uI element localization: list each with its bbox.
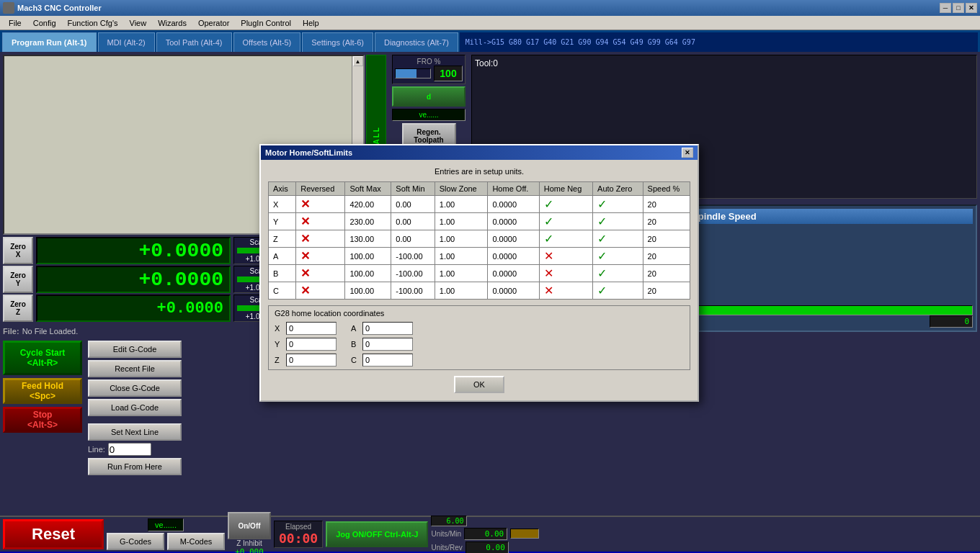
minimize-button[interactable]: ─ [940, 3, 951, 13]
elapsed-section: Elapsed 00:00 [274, 521, 323, 548]
window-title: Mach3 CNC Controller [17, 4, 940, 12]
motor-table: Axis Reversed Soft Max Soft Min Slow Zon… [268, 181, 690, 300]
close-button[interactable]: ✕ [966, 3, 977, 13]
table-row: X ✕ 420.00 0.00 1.00 0.0000 ✓ ✓ 20 [269, 196, 690, 213]
table-row: Z ✕ 130.00 0.00 1.00 0.0000 ✓ ✓ 20 [269, 230, 690, 248]
g28-c-input[interactable] [362, 354, 413, 367]
g28-c-row: C [351, 354, 413, 367]
menu-operator[interactable]: Operator [192, 17, 235, 29]
table-row: Y ✕ 230.00 0.00 1.00 0.0000 ✓ ✓ 20 [269, 213, 690, 230]
mcodes-button[interactable]: M-Codes [167, 533, 225, 550]
g28-y-input[interactable] [286, 338, 337, 351]
cycle-start-button[interactable]: Cycle Start <Alt-R> [3, 341, 82, 375]
window-controls: ─ □ ✕ [940, 3, 977, 13]
col-auto-zero: Auto Zero [593, 182, 643, 196]
run-from-here-button[interactable]: Run From Here [88, 458, 182, 475]
dialog-close-button[interactable]: ✕ [682, 148, 693, 158]
g28-section: G28 home location coordinates X Y Z [268, 305, 690, 370]
close-gcode-button[interactable]: Close G-Code [88, 379, 182, 397]
g28-title: G28 home location coordinates [275, 309, 684, 318]
recent-file-button[interactable]: Recent File [88, 360, 182, 377]
tab-settings[interactable]: Settings (Alt-6) [302, 32, 373, 52]
units-per-min-value: 0.00 [464, 528, 507, 540]
menu-config[interactable]: Config [27, 17, 62, 29]
units-per-min-row: Units/Min 0.00 [431, 528, 539, 540]
menu-help[interactable]: Help [297, 17, 325, 29]
menu-function-cfgs[interactable]: Function Cfg's [62, 17, 124, 29]
z-inhibit-label: Z Inhibit [236, 539, 262, 547]
ok-button[interactable]: OK [454, 376, 504, 393]
feed-hold-button[interactable]: Feed Hold <Spc> [3, 378, 82, 404]
units-per-min-bar [510, 529, 539, 539]
dialog-title: Motor Home/SoftLimits [265, 148, 352, 157]
reset-button[interactable]: Reset [3, 519, 104, 549]
tab-tool-path[interactable]: Tool Path (Alt-4) [156, 32, 232, 52]
col-axis: Axis [269, 182, 296, 196]
z-inhibit-value: +0.000 [235, 547, 264, 553]
menu-file[interactable]: File [3, 17, 27, 29]
col-speed: Speed % [643, 182, 690, 196]
g28-grid: X Y Z A [275, 322, 684, 367]
jog-button[interactable]: Jog ON/OFF Ctrl-Alt-J [326, 521, 428, 547]
scroll-up-button[interactable]: ▲ [353, 56, 363, 66]
edit-gcode-button[interactable]: Edit G-Code [88, 341, 182, 358]
table-row: B ✕ 100.00 -100.00 1.00 0.0000 ✕ ✓ 20 [269, 265, 690, 282]
table-row: A ✕ 100.00 -100.00 1.00 0.0000 ✕ ✓ 20 [269, 248, 690, 265]
g28-x-row: X [275, 322, 337, 335]
axis-x-value: +0.0000 [36, 237, 231, 264]
dialog-note: Entries are in setup units. [268, 167, 690, 176]
units-section: 6.00 Units/Min 0.00 Units/Rev 0.00 [431, 516, 539, 554]
col-home-off: Home Off. [488, 182, 539, 196]
col-soft-min: Soft Min [391, 182, 435, 196]
axis-z-value: +0.0000 [36, 295, 231, 322]
tab-offsets[interactable]: Offsets (Alt-5) [233, 32, 301, 52]
menubar: File Config Function Cfg's View Wizards … [0, 16, 980, 30]
g28-y-row: Y [275, 338, 337, 351]
fro-bar [395, 68, 431, 78]
tab-diagnostics[interactable]: Diagnostics (Alt-7) [375, 32, 458, 52]
fro-value: 100 [434, 66, 463, 81]
zero-x-button[interactable]: ZeroX [3, 237, 33, 264]
on-off-button[interactable]: On/Off [228, 512, 271, 539]
units-per-rev-row: Units/Rev 0.00 [431, 541, 539, 554]
units-per-rev-value: 0.00 [466, 541, 509, 554]
fro-label: FRO % [395, 58, 463, 66]
tab-mdi[interactable]: MDI (Alt-2) [98, 32, 155, 52]
spindle-speed-value: 0 [930, 315, 973, 328]
gcode-status: Mill->G15 G80 G17 G40 G21 G90 G94 G54 G4… [460, 32, 978, 52]
ve-bottom: ve...... [148, 518, 184, 531]
axis-y-value: +0.0000 [36, 266, 231, 293]
ve-display: ve...... [392, 109, 466, 121]
zero-y-button[interactable]: ZeroY [3, 266, 33, 293]
g28-a-row: A [351, 322, 413, 335]
g28-col-right: A B C [351, 322, 413, 367]
line-input[interactable] [108, 443, 151, 456]
dialog-content: Entries are in setup units. Axis Reverse… [261, 160, 698, 400]
tab-program-run[interactable]: Program Run (Alt-1) [2, 32, 97, 52]
g28-b-row: B [351, 338, 413, 351]
zero-z-button[interactable]: ZeroZ [3, 295, 33, 322]
feed-override-reset[interactable]: d [392, 86, 466, 107]
g28-col-left: X Y Z [275, 322, 337, 367]
menu-plugin-control[interactable]: PlugIn Control [235, 17, 297, 29]
app-icon [3, 2, 14, 14]
stop-button[interactable]: Stop <Alt-S> [3, 407, 82, 433]
motor-home-dialog: Motor Home/SoftLimits ✕ Entries are in s… [259, 144, 699, 402]
menu-view[interactable]: View [124, 17, 153, 29]
menu-wizards[interactable]: Wizards [152, 17, 192, 29]
g28-a-input[interactable] [362, 322, 413, 335]
col-reversed: Reversed [296, 182, 345, 196]
maximize-button[interactable]: □ [953, 3, 964, 13]
dialog-titlebar: Motor Home/SoftLimits ✕ [261, 145, 698, 160]
titlebar: Mach3 CNC Controller ─ □ ✕ [0, 0, 980, 16]
set-next-line-button[interactable]: Set Next Line [88, 423, 182, 441]
col-slow-zone: Slow Zone [435, 182, 488, 196]
load-gcode-button[interactable]: Load G-Code [88, 399, 182, 416]
col-soft-max: Soft Max [345, 182, 391, 196]
gcodes-button[interactable]: G-Codes [107, 533, 164, 550]
bottom-controls: Reset ve...... G-Codes M-Codes On/Off Z … [0, 516, 980, 552]
g28-b-input[interactable] [362, 338, 413, 351]
g28-z-input[interactable] [286, 354, 337, 367]
col-home-neg: Home Neg [539, 182, 592, 196]
g28-x-input[interactable] [286, 322, 337, 335]
